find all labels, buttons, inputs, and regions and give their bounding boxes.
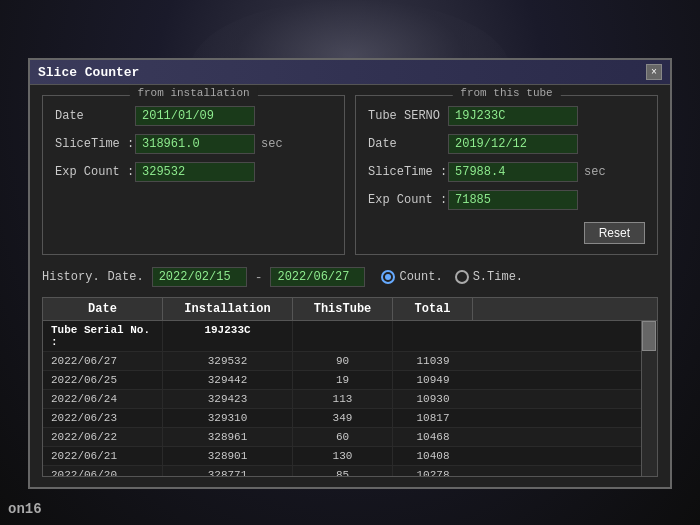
tube-slicetime-label: SliceTime : [368, 165, 448, 179]
installation-expcount-label: Exp Count : [55, 165, 135, 179]
td-thistube: 130 [293, 447, 393, 465]
serial-empty2 [393, 321, 473, 351]
installation-date-input[interactable] [135, 106, 255, 126]
col-scroll [473, 298, 657, 320]
panels-container: from installation Date SliceTime : sec E… [42, 95, 658, 255]
radio-count-dot [385, 274, 391, 280]
td-thistube: 113 [293, 390, 393, 408]
td-total: 10278 [393, 466, 473, 476]
table-scroll-area[interactable]: Tube Serial No. : 19J233C 2022/06/27 329… [43, 321, 641, 476]
radio-count-label: Count. [399, 270, 442, 284]
installation-slicetime-label: SliceTime : [55, 137, 135, 151]
installation-expcount-row: Exp Count : [55, 162, 332, 182]
tube-slicetime-unit: sec [584, 165, 606, 179]
tube-panel: from this tube Tube SERNO Date SliceTime… [355, 95, 658, 255]
serial-empty1 [293, 321, 393, 351]
reset-button[interactable]: Reset [584, 222, 645, 244]
td-total: 11039 [393, 352, 473, 370]
slice-counter-dialog: Slice Counter × from installation Date S… [28, 58, 672, 489]
table-row: 2022/06/24 329423 113 10930 [43, 390, 641, 409]
td-thistube: 90 [293, 352, 393, 370]
td-thistube: 349 [293, 409, 393, 427]
table-row: 2022/06/21 328901 130 10408 [43, 447, 641, 466]
tube-slicetime-input[interactable] [448, 162, 578, 182]
dialog-title: Slice Counter [38, 65, 139, 80]
tube-date-input[interactable] [448, 134, 578, 154]
td-installation: 329532 [163, 352, 293, 370]
col-total: Total [393, 298, 473, 320]
td-installation: 328771 [163, 466, 293, 476]
td-installation: 329442 [163, 371, 293, 389]
tube-expcount-input[interactable] [448, 190, 578, 210]
col-installation: Installation [163, 298, 293, 320]
tube-expcount-row: Exp Count : [368, 190, 645, 210]
td-installation: 328901 [163, 447, 293, 465]
history-from-input[interactable] [152, 267, 247, 287]
title-bar: Slice Counter × [30, 60, 670, 85]
history-separator: - [255, 270, 263, 285]
installation-slicetime-row: SliceTime : sec [55, 134, 332, 154]
installation-slicetime-input[interactable] [135, 134, 255, 154]
td-date: 2022/06/25 [43, 371, 163, 389]
table-row-serial: Tube Serial No. : 19J233C [43, 321, 641, 352]
history-row: History. Date. - Count. S.Time. [42, 265, 658, 289]
tube-slicetime-row: SliceTime : sec [368, 162, 645, 182]
dialog-body: from installation Date SliceTime : sec E… [30, 85, 670, 487]
installation-date-row: Date [55, 106, 332, 126]
radio-count-circle [381, 270, 395, 284]
col-date: Date [43, 298, 163, 320]
td-total: 10949 [393, 371, 473, 389]
history-date-label: Date. [108, 270, 144, 284]
history-label: History. [42, 270, 100, 284]
td-thistube: 60 [293, 428, 393, 446]
td-installation: 328961 [163, 428, 293, 446]
td-date: 2022/06/27 [43, 352, 163, 370]
table-header: Date Installation ThisTube Total [43, 298, 657, 321]
td-date: 2022/06/24 [43, 390, 163, 408]
tube-legend: from this tube [452, 87, 560, 99]
scrollbar-track[interactable] [641, 321, 657, 476]
radio-group: Count. S.Time. [381, 270, 523, 284]
radio-count[interactable]: Count. [381, 270, 442, 284]
installation-slicetime-unit: sec [261, 137, 283, 151]
installation-expcount-input[interactable] [135, 162, 255, 182]
tube-date-row: Date [368, 134, 645, 154]
serial-label-cell: Tube Serial No. : [43, 321, 163, 351]
table-wrapper: Tube Serial No. : 19J233C 2022/06/27 329… [43, 321, 657, 476]
radio-stime[interactable]: S.Time. [455, 270, 523, 284]
tube-serno-label: Tube SERNO [368, 109, 448, 123]
table-row: 2022/06/22 328961 60 10468 [43, 428, 641, 447]
history-table: Date Installation ThisTube Total Tube Se… [42, 297, 658, 477]
col-thistube: ThisTube [293, 298, 393, 320]
installation-legend: from installation [129, 87, 257, 99]
td-total: 10408 [393, 447, 473, 465]
installation-panel: from installation Date SliceTime : sec E… [42, 95, 345, 255]
table-row: 2022/06/27 329532 90 11039 [43, 352, 641, 371]
table-row: 2022/06/20 328771 85 10278 [43, 466, 641, 476]
tube-date-label: Date [368, 137, 448, 151]
bottom-label: on16 [8, 501, 42, 517]
td-date: 2022/06/20 [43, 466, 163, 476]
history-to-input[interactable] [270, 267, 365, 287]
td-installation: 329310 [163, 409, 293, 427]
td-total: 10817 [393, 409, 473, 427]
td-installation: 329423 [163, 390, 293, 408]
table-row: 2022/06/23 329310 349 10817 [43, 409, 641, 428]
td-thistube: 19 [293, 371, 393, 389]
scrollbar-thumb[interactable] [642, 321, 656, 351]
td-thistube: 85 [293, 466, 393, 476]
serial-value-cell: 19J233C [163, 321, 293, 351]
close-button[interactable]: × [646, 64, 662, 80]
td-total: 10468 [393, 428, 473, 446]
td-total: 10930 [393, 390, 473, 408]
radio-stime-label: S.Time. [473, 270, 523, 284]
tube-serno-input[interactable] [448, 106, 578, 126]
td-date: 2022/06/23 [43, 409, 163, 427]
td-date: 2022/06/22 [43, 428, 163, 446]
td-date: 2022/06/21 [43, 447, 163, 465]
installation-date-label: Date [55, 109, 135, 123]
radio-stime-circle [455, 270, 469, 284]
tube-serno-row: Tube SERNO [368, 106, 645, 126]
tube-expcount-label: Exp Count : [368, 193, 448, 207]
table-row: 2022/06/25 329442 19 10949 [43, 371, 641, 390]
